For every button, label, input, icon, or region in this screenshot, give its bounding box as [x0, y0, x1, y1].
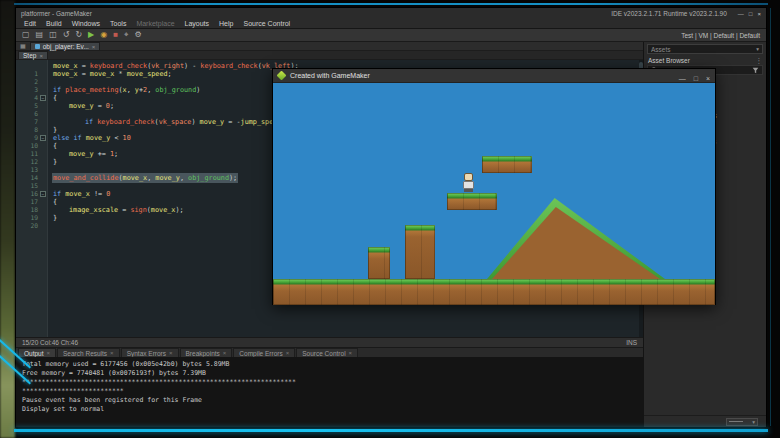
gutter-row: 9	[16, 126, 47, 134]
close-tab-icon[interactable]: ×	[39, 53, 43, 59]
minimize-icon[interactable]: —	[679, 75, 686, 82]
minimize-icon[interactable]: —	[738, 11, 744, 17]
menu-item-layouts[interactable]: Layouts	[180, 20, 215, 27]
code-token: ,	[127, 86, 135, 94]
player-body	[463, 181, 474, 189]
dock-tab-bar: Output×Search Results×Syntax Errors×Brea…	[16, 347, 643, 357]
menu-item-build[interactable]: Build	[41, 20, 67, 27]
menu-item-edit[interactable]: Edit	[19, 20, 41, 27]
code-token: move_and_collide	[53, 174, 118, 182]
code-token: image_xscale	[69, 206, 118, 214]
ide-version-label: IDE v2023.2.1.71 Runtime v2023.2.1.90	[611, 10, 727, 17]
gutter-row: 17−	[16, 190, 47, 198]
workspace-grid-icon[interactable]: ▦	[20, 42, 26, 49]
close-icon[interactable]: ×	[757, 11, 761, 17]
asset-quick-search-input[interactable]	[651, 46, 754, 53]
close-tab-icon[interactable]: ×	[110, 350, 114, 356]
code-token: 0	[106, 190, 110, 198]
gutter-row: 7	[16, 110, 47, 118]
code-token: keyboard_check	[200, 62, 257, 70]
code-token: keyboard_check	[97, 118, 154, 126]
bottom-dock: Output×Search Results×Syntax Errors×Brea…	[16, 347, 643, 427]
output-line: Pause event has been registered for this…	[22, 396, 637, 405]
output-log[interactable]: Total memory used = 6177456 (0x005e42b0)…	[16, 357, 643, 427]
gutter-row: 14	[16, 166, 47, 174]
close-tab-icon[interactable]: ×	[223, 350, 227, 356]
close-icon[interactable]: ×	[706, 75, 710, 82]
close-tab-icon[interactable]: ×	[92, 44, 96, 50]
asset-browser-title: Asset Browser	[648, 57, 690, 64]
code-token: obj_ground	[155, 86, 196, 94]
player-head	[464, 173, 473, 181]
build-target-selector[interactable]: Test | VM | Default | Default	[681, 32, 760, 39]
new-project-icon[interactable]: ▢	[22, 31, 30, 39]
line-number: 20	[30, 222, 38, 229]
player-character	[462, 173, 475, 193]
code-line-text: move_x = keyboard_check(vk_right) - keyb…	[53, 62, 299, 70]
maximize-icon[interactable]: □	[749, 11, 753, 17]
dock-tab-breakpoints[interactable]: Breakpoints×	[180, 348, 233, 357]
kebab-menu-icon[interactable]: ⋮	[756, 57, 763, 65]
save-all-icon[interactable]: ◫	[49, 31, 57, 39]
code-token: move_x	[65, 190, 90, 198]
close-tab-icon[interactable]: ×	[286, 350, 290, 356]
asset-browser-header: Asset Browser ⋮	[644, 56, 766, 65]
code-token: move_y	[69, 150, 94, 158]
dock-tab-label: Breakpoints	[186, 350, 220, 357]
game-window-titlebar[interactable]: Created with GameMaker —□×	[273, 69, 715, 83]
tab-step-event[interactable]: Step ×	[18, 51, 48, 59]
menu-bar: EditBuildWindowsToolsMarketplaceLayoutsH…	[16, 18, 766, 29]
undo-icon[interactable]: ↺	[63, 31, 70, 39]
redo-icon[interactable]: ↻	[75, 31, 82, 39]
dock-tab-syntax-errors[interactable]: Syntax Errors×	[121, 348, 179, 357]
game-viewport[interactable]	[273, 83, 715, 305]
fold-toggle-icon[interactable]: −	[40, 135, 46, 141]
output-line: **************************	[22, 387, 637, 396]
menu-item-marketplace[interactable]: Marketplace	[131, 20, 179, 27]
run-icon[interactable]: ▶	[88, 31, 94, 39]
gutter-row: 6	[16, 102, 47, 110]
stop-icon[interactable]: ■	[113, 31, 118, 39]
chevron-down-icon[interactable]: ▾	[756, 46, 759, 52]
sort-dropdown[interactable]: ▾	[726, 418, 758, 426]
dock-tab-source-control[interactable]: Source Control×	[296, 348, 358, 357]
game-window-controls: —□×	[671, 67, 710, 85]
menu-item-help[interactable]: Help	[214, 20, 238, 27]
filter-icon[interactable]	[752, 67, 759, 74]
code-token: =	[78, 70, 90, 78]
close-tab-icon[interactable]: ×	[47, 350, 51, 356]
tab-obj-player-events[interactable]: obj_player: Ev... ×	[30, 42, 101, 50]
code-line-text: {	[53, 94, 57, 102]
frame-accent-right	[770, 8, 771, 426]
target-icon[interactable]: ⌖	[124, 31, 129, 39]
output-line: Display set to normal	[22, 405, 637, 414]
maximize-icon[interactable]: □	[694, 75, 698, 82]
menu-item-tools[interactable]: Tools	[105, 20, 131, 27]
dock-tab-search-results[interactable]: Search Results×	[57, 348, 120, 357]
code-token: move_y	[86, 134, 111, 142]
dock-tab-output[interactable]: Output×	[18, 348, 56, 357]
code-line-text: move_x = move_x * move_speed;	[53, 70, 172, 78]
menu-item-windows[interactable]: Windows	[67, 20, 105, 27]
asset-quick-search[interactable]: ▾	[647, 44, 763, 54]
gutter-row: 12	[16, 150, 47, 158]
close-tab-icon[interactable]: ×	[169, 350, 173, 356]
code-token: 10	[123, 134, 131, 142]
block-column-short	[368, 247, 390, 279]
code-token: !=	[90, 190, 106, 198]
fold-toggle-icon[interactable]: −	[40, 95, 46, 101]
code-line-text: }	[53, 158, 57, 166]
close-tab-icon[interactable]: ×	[349, 350, 353, 356]
code-token: obj_ground	[188, 174, 229, 182]
code-token: vk_space	[159, 118, 192, 126]
dock-tab-label: Compile Errors	[239, 350, 282, 357]
debug-icon[interactable]: ◉	[100, 31, 107, 39]
code-token: }	[53, 126, 57, 134]
object-icon	[35, 44, 40, 49]
fold-toggle-icon[interactable]: −	[40, 191, 46, 197]
dock-tab-compile-errors[interactable]: Compile Errors×	[233, 348, 295, 357]
toolbar-icons: ▢▤◫↺↻▶◉■⌖⚙	[22, 31, 148, 39]
settings-icon[interactable]: ⚙	[135, 31, 142, 39]
menu-item-source-control[interactable]: Source Control	[238, 20, 295, 27]
open-project-icon[interactable]: ▤	[36, 31, 44, 39]
